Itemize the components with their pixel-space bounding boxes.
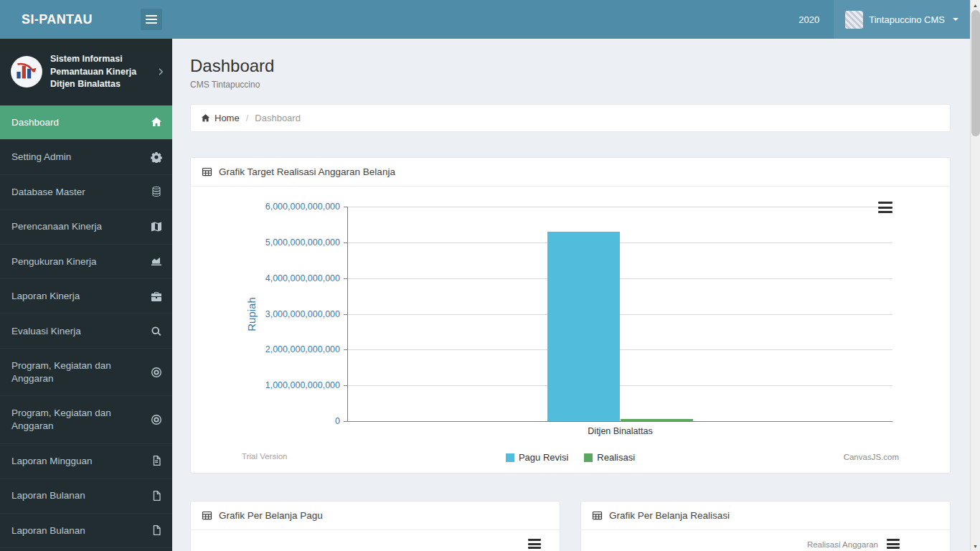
bullseye-icon xyxy=(151,414,162,425)
bar-pagu-revisi xyxy=(547,232,621,421)
y-axis-tick-label: 6,000,000,000,000 xyxy=(265,202,340,212)
chart-export-menu-button[interactable] xyxy=(887,539,900,549)
sidebar-item-label: Laporan Bulanan xyxy=(11,525,85,536)
sidebar-menu: DashboardSetting AdminDatabase MasterPer… xyxy=(0,105,172,551)
realisasi-chart-partial-title: Realisasi Anggaran xyxy=(807,540,878,549)
sidebar-item-label: Setting Admin xyxy=(11,151,71,162)
sidebar-item-pengukuran-kinerja[interactable]: Pengukuran Kinerja xyxy=(0,244,172,279)
sidebar-item-laporan-bulanan[interactable]: Laporan Bulanan xyxy=(0,513,172,548)
home-icon xyxy=(151,116,162,128)
realisasi-chart-panel-header: Grafik Per Belanja Realisasi xyxy=(581,501,950,530)
sidebar-item-program-kegiatan-dan-anggaran[interactable]: Program, Kegiatan dan Anggaran xyxy=(0,348,172,395)
chart-legend: Pagu RevisiRealisasi xyxy=(191,452,950,463)
page-subtitle: CMS Tintapuccino xyxy=(190,80,951,90)
sidebar-item-label: Program, Kegiatan dan Anggaran xyxy=(11,360,111,384)
sidebar-app-header[interactable]: Sistem Informasi Pemantauan Kinerja Ditj… xyxy=(0,39,172,105)
y-axis-tick-label: 5,000,000,000,000 xyxy=(265,237,340,248)
axis-tick xyxy=(344,314,348,315)
plot-area: 01,000,000,000,0002,000,000,000,0003,000… xyxy=(347,207,892,422)
y-axis-title: Rupiah xyxy=(245,297,258,331)
chevron-right-icon xyxy=(156,67,165,76)
sidebar-item-label: Database Master xyxy=(11,187,85,197)
sidebar-item-label: Evaluasi Kinerja xyxy=(11,326,81,336)
top-navbar: SI-PANTAU 2020 Tintapuccino CMS xyxy=(0,0,970,39)
chart-export-menu-button[interactable] xyxy=(528,539,541,549)
breadcrumb-home-link[interactable]: Home xyxy=(215,113,240,123)
main-chart-panel-title: Grafik Target Realisasi Anggaran Belanja xyxy=(219,166,395,177)
navbar-right: 2020 Tintapuccino CMS xyxy=(784,0,970,39)
bottom-panels-row: Grafik Per Belanja Pagu Grafik Per Belan… xyxy=(190,501,951,551)
sidebar-item-program-kegiatan-dan-anggaran[interactable]: Program, Kegiatan dan Anggaran xyxy=(0,395,172,443)
file-icon xyxy=(151,455,162,466)
gear-icon xyxy=(151,151,162,163)
table-icon xyxy=(202,510,212,521)
axis-tick xyxy=(344,385,348,386)
realisasi-chart-area: Realisasi Anggaran xyxy=(581,530,950,551)
file-alt-icon xyxy=(151,490,162,501)
breadcrumb: Home / Dashboard xyxy=(190,104,951,132)
breadcrumb-separator: / xyxy=(246,113,249,123)
sidebar-item-label: Pengukuran Kinerja xyxy=(11,256,97,267)
pagu-chart-area xyxy=(191,530,560,551)
sidebar-item-dashboard[interactable]: Dashboard xyxy=(0,105,172,140)
sidebar: Sistem Informasi Pemantauan Kinerja Ditj… xyxy=(0,39,172,551)
sidebar-item-perencanaan-kinerja[interactable]: Perencanaan Kinerja xyxy=(0,209,172,244)
bullseye-icon xyxy=(151,367,162,378)
main-chart-panel: Grafik Target Realisasi Anggaran Belanja… xyxy=(190,157,951,474)
briefcase-icon xyxy=(151,291,162,302)
sidebar-item-summary-laporan-masalah-bulanan[interactable]: Summary Laporan Masalah Bulanan xyxy=(0,547,172,551)
scroll-up-arrow[interactable]: ▲ xyxy=(971,0,980,10)
app-brand[interactable]: SI-PANTAU xyxy=(0,0,133,39)
main-content: Dashboard CMS Tintapuccino Home / Dashbo… xyxy=(172,39,970,551)
file-alt-icon xyxy=(151,524,162,536)
page-title: Dashboard xyxy=(190,56,951,76)
home-icon xyxy=(201,113,210,123)
sidebar-item-database-master[interactable]: Database Master xyxy=(0,174,172,209)
axis-tick xyxy=(344,242,348,243)
user-menu[interactable]: Tintapuccino CMS xyxy=(834,0,970,39)
app-logo-image xyxy=(10,55,43,88)
pagu-chart-panel-header: Grafik Per Belanja Pagu xyxy=(191,501,560,530)
sidebar-item-label: Laporan Mingguan xyxy=(11,456,93,466)
legend-label: Realisasi xyxy=(597,452,635,463)
legend-item-realisasi[interactable]: Realisasi xyxy=(584,452,635,463)
table-icon xyxy=(202,166,212,177)
scroll-down-arrow[interactable]: ▼ xyxy=(971,541,980,551)
caret-down-icon xyxy=(953,18,958,21)
sidebar-item-label: Dashboard xyxy=(11,117,59,128)
sidebar-item-setting-admin[interactable]: Setting Admin xyxy=(0,139,172,174)
page-scrollbar[interactable]: ▲ ▼ xyxy=(970,0,980,551)
chart-area: Rupiah 01,000,000,000,0002,000,000,000,0… xyxy=(191,187,950,473)
legend-swatch xyxy=(506,453,514,462)
sidebar-toggle-button[interactable] xyxy=(141,9,162,30)
sidebar-item-laporan-bulanan[interactable]: Laporan Bulanan xyxy=(0,478,172,513)
y-axis-tick-label: 3,000,000,000,000 xyxy=(265,309,340,319)
year-menu-item[interactable]: 2020 xyxy=(784,0,834,39)
breadcrumb-current: Dashboard xyxy=(255,113,301,123)
bar-realisasi xyxy=(621,419,694,421)
y-axis-tick-label: 4,000,000,000,000 xyxy=(265,273,340,283)
axis-tick xyxy=(344,207,348,207)
table-icon xyxy=(592,510,603,521)
legend-item-pagu-revisi[interactable]: Pagu Revisi xyxy=(506,452,568,463)
scrollbar-thumb[interactable] xyxy=(971,10,980,136)
sidebar-item-evaluasi-kinerja[interactable]: Evaluasi Kinerja xyxy=(0,314,172,349)
gridline xyxy=(348,242,892,243)
hamburger-icon xyxy=(146,13,157,26)
pagu-chart-panel-title: Grafik Per Belanja Pagu xyxy=(219,510,323,521)
gridline xyxy=(348,385,892,386)
realisasi-chart-panel: Grafik Per Belanja Realisasi Realisasi A… xyxy=(580,501,951,551)
content-header: Dashboard CMS Tintapuccino xyxy=(190,56,951,90)
user-avatar xyxy=(845,11,863,29)
gridline xyxy=(348,314,892,315)
sidebar-item-laporan-kinerja[interactable]: Laporan Kinerja xyxy=(0,278,172,314)
app-title: Sistem Informasi Pemantauan Kinerja Ditj… xyxy=(50,53,149,91)
sidebar-item-label: Laporan Kinerja xyxy=(11,291,80,301)
chart-export-menu-button[interactable] xyxy=(878,202,892,213)
main-chart-panel-header: Grafik Target Realisasi Anggaran Belanja xyxy=(191,158,950,187)
sidebar-item-laporan-mingguan[interactable]: Laporan Mingguan xyxy=(0,443,172,479)
map-icon xyxy=(151,221,162,232)
canvasjs-credit-link[interactable]: CanvasJS.com xyxy=(844,453,899,461)
trial-version-label: Trial Version xyxy=(242,452,288,461)
sidebar-item-label: Program, Kegiatan dan Anggaran xyxy=(11,408,111,431)
